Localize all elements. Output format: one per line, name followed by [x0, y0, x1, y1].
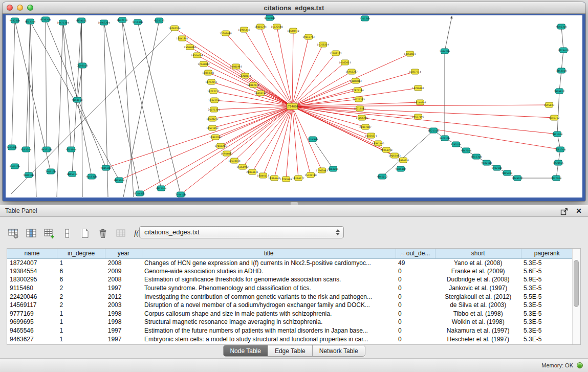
graph-node[interactable]: 2056108: [77, 63, 88, 68]
graph-node[interactable]: 17963442: [316, 168, 328, 173]
graph-node[interactable]: 1081304: [555, 147, 566, 152]
graph-node[interactable]: 17253485: [280, 177, 292, 182]
graph-node[interactable]: 8805314: [67, 171, 78, 177]
table-cell[interactable]: 1998: [105, 318, 142, 326]
graph-node[interactable]: 16752151: [205, 79, 217, 84]
table-cell[interactable]: 0: [396, 335, 435, 343]
graph-node[interactable]: 18044112: [257, 173, 269, 178]
table-options-button[interactable]: [6, 227, 20, 240]
table-cell[interactable]: 9463627: [7, 335, 57, 343]
graph-node[interactable]: 1646712: [549, 115, 560, 120]
table-cell[interactable]: 1: [57, 310, 105, 318]
table-cell[interactable]: 0: [396, 301, 435, 310]
graph-node[interactable]: 16001274: [254, 24, 266, 29]
graph-node[interactable]: 8215304: [471, 154, 482, 159]
graph-node[interactable]: 1770565: [553, 160, 564, 165]
table-cell[interactable]: 5.6E-5: [521, 267, 573, 276]
network-canvas[interactable]: 9432304861370493362041047130498340211096…: [6, 15, 582, 198]
graph-node[interactable]: 13216102: [412, 85, 424, 91]
table-cell[interactable]: 2: [57, 292, 105, 301]
import-table-button[interactable]: [114, 227, 128, 240]
graph-node[interactable]: 1595812: [554, 89, 565, 94]
table-cell[interactable]: 2008: [105, 275, 142, 284]
graph-node[interactable]: 9336204: [40, 17, 51, 22]
graph-node[interactable]: 14712712: [207, 89, 219, 94]
graph-node[interactable]: 15985448: [238, 27, 250, 32]
graph-node[interactable]: 1453104: [556, 68, 567, 73]
column-header-name[interactable]: name: [7, 249, 57, 258]
table-cell[interactable]: Structural magnetic resonance image aver…: [142, 318, 396, 326]
table-cell[interactable]: 14569117: [7, 301, 57, 310]
graph-node[interactable]: 9312104: [156, 186, 167, 191]
new-document-button[interactable]: [78, 227, 92, 240]
graph-node[interactable]: 8505134: [10, 164, 20, 169]
column-button[interactable]: [60, 227, 74, 240]
graph-node[interactable]: 9015304: [86, 174, 97, 179]
graph-node[interactable]: 15364992: [236, 164, 248, 169]
graph-node[interactable]: 19557195: [412, 114, 424, 119]
table-cell[interactable]: Hescheler et al. (1997): [435, 335, 521, 343]
graph-node[interactable]: 9679104: [440, 136, 450, 141]
graph-node[interactable]: 7905134: [46, 169, 56, 174]
tab-network-table[interactable]: Network Table: [313, 345, 365, 356]
float-panel-button[interactable]: [560, 207, 569, 215]
table-cell[interactable]: Stergiakouli et al. (2012): [435, 292, 521, 301]
window-minimize-button[interactable]: [17, 5, 23, 11]
table-cell[interactable]: Jankovic et al. (1997): [435, 284, 521, 293]
graph-node[interactable]: 9605412: [396, 166, 406, 171]
table-cell[interactable]: 5.9E-5: [521, 275, 573, 284]
column-header-title[interactable]: title: [142, 249, 396, 258]
graph-node[interactable]: 10471304: [57, 20, 69, 25]
graph-node[interactable]: 9275413: [558, 48, 569, 53]
graph-node[interactable]: 17583102: [330, 51, 341, 56]
graph-node[interactable]: 17534814: [228, 158, 240, 163]
window-zoom-button[interactable]: [27, 5, 33, 11]
table-cell[interactable]: 5.3E-5: [521, 284, 573, 293]
table-cell[interactable]: 0: [396, 292, 435, 301]
table-row[interactable]: 946362711997Embryonic stem cells: a mode…: [7, 335, 573, 343]
table-cell[interactable]: Wolkin et al. (1998): [435, 318, 521, 326]
graph-node[interactable]: 19314442: [268, 176, 280, 181]
graph-node[interactable]: 16134177: [292, 176, 304, 181]
graph-node[interactable]: 1077304: [551, 176, 562, 181]
table-row[interactable]: 1872400712008Changes of HCN gene express…: [7, 258, 573, 267]
table-cell[interactable]: 18724007: [7, 258, 57, 267]
window-titlebar[interactable]: citations_edges.txt: [3, 2, 585, 14]
graph-node[interactable]: 8532114: [117, 17, 128, 23]
table-cell[interactable]: 5.3E-5: [521, 335, 573, 343]
graph-node[interactable]: 15735150: [304, 172, 316, 178]
table-row[interactable]: 911546021997Tourette syndrome. Phenomeno…: [7, 284, 573, 293]
graph-node[interactable]: 15958227: [345, 69, 357, 74]
graph-node[interactable]: 18981993: [230, 64, 242, 69]
table-cell[interactable]: 6: [57, 267, 105, 276]
graph-node[interactable]: 8793104: [451, 142, 462, 147]
window-close-button[interactable]: [7, 5, 13, 11]
show-columns-button[interactable]: [24, 227, 38, 240]
table-cell[interactable]: 1: [57, 326, 105, 335]
graph-node[interactable]: 8415304: [114, 178, 125, 183]
network-graph[interactable]: 9432304861370493362041047130498340211096…: [6, 15, 582, 198]
graph-node[interactable]: 2620650: [7, 145, 17, 150]
graph-node[interactable]: 9054110: [72, 97, 83, 102]
graph-node[interactable]: 8204501: [135, 191, 145, 196]
table-cell[interactable]: Changes of HCN gene expression and I(f) …: [142, 258, 396, 267]
table-cell[interactable]: Investigating the contribution of common…: [142, 292, 396, 301]
graph-node[interactable]: 9605304: [101, 165, 112, 170]
graph-node[interactable]: 12206058: [220, 31, 231, 36]
graph-node[interactable]: 9433104: [41, 147, 52, 152]
table-cell[interactable]: 9465546: [7, 326, 57, 335]
table-cell[interactable]: 0: [396, 267, 435, 276]
graph-node[interactable]: 9245022: [512, 176, 523, 181]
graph-node[interactable]: 15758219: [317, 42, 329, 47]
table-cell[interactable]: Embryonic stem cells: a model to study s…: [142, 335, 396, 343]
table-cell[interactable]: Estimation of significance thresholds fo…: [142, 275, 396, 284]
tab-node-table[interactable]: Node Table: [223, 345, 268, 356]
column-header-out_de[interactable]: △out_de...: [396, 249, 435, 258]
graph-node[interactable]: 17042204: [214, 143, 226, 148]
table-cell[interactable]: 0: [396, 284, 435, 293]
table-cell[interactable]: 9777169: [7, 310, 57, 318]
table-cell[interactable]: Disruption of a novel member of a sodium…: [142, 301, 396, 310]
graph-node[interactable]: 8153204: [21, 147, 32, 152]
graph-node[interactable]: 16640910: [287, 28, 299, 33]
graph-node[interactable]: 16857714: [409, 69, 421, 74]
